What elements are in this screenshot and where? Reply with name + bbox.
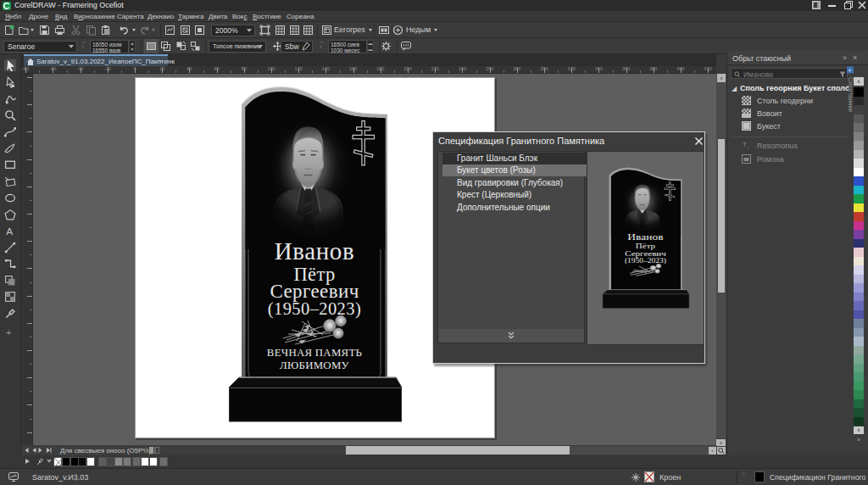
svg-text:Иванов: Иванов (627, 231, 663, 242)
svg-text:Сергеевич: Сергеевич (625, 249, 666, 258)
svg-text:ВЕЧНАЯ ПАМЯТЬ: ВЕЧНАЯ ПАМЯТЬ (267, 347, 362, 359)
svg-text:ЛЮБИМОМУ: ЛЮБИМОМУ (280, 360, 350, 371)
svg-text:(1950–2023): (1950–2023) (268, 299, 361, 319)
svg-text:Иванов: Иванов (275, 237, 354, 265)
svg-text:(1950–2023): (1950–2023) (625, 257, 666, 265)
svg-text:A: A (6, 226, 13, 237)
